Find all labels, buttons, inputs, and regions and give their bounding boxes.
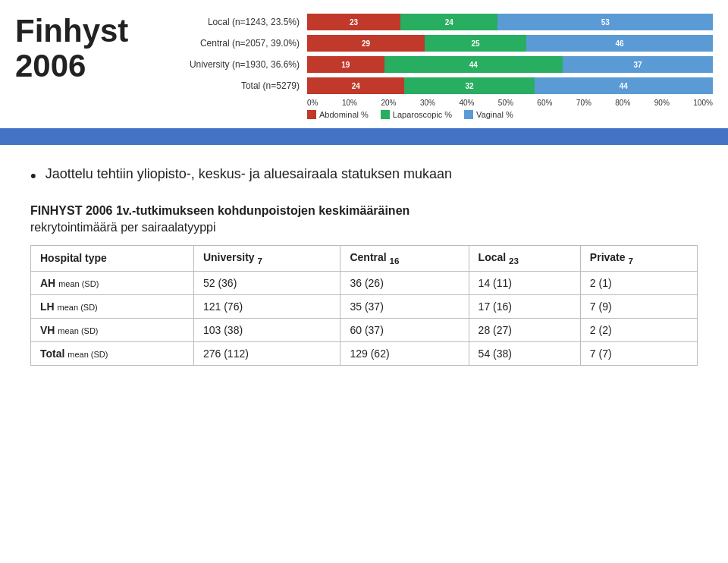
table-header-row: Hospital typeUniversity 7Central 16Local… <box>31 246 698 272</box>
chart-row-label: University (n=1930, 36.6%) <box>167 59 307 70</box>
finhyst-subtitle: rekrytointimäärä per sairaalatyyppi <box>30 221 698 234</box>
bar-green-segment: 32 <box>404 77 534 94</box>
table-cell: AH mean (SD) <box>31 271 194 294</box>
table-row: VH mean (SD)103 (38)60 (37)28 (27)2 (2) <box>31 318 698 341</box>
blue-banner <box>0 128 728 145</box>
title-block: Finhyst2006 <box>15 14 167 83</box>
axis-label: 100% <box>693 99 713 107</box>
chart-row: Total (n=5279)243244 <box>167 77 713 94</box>
table-cell: 14 (11) <box>469 271 580 294</box>
table-cell: 7 (9) <box>580 294 697 318</box>
bar-red-segment: 29 <box>307 35 425 52</box>
chart-rows: Local (n=1243, 23.5%)232453Central (n=20… <box>167 14 713 94</box>
bullet-dot: • <box>30 168 36 184</box>
chart-section: Finhyst2006 Local (n=1243, 23.5%)232453C… <box>0 0 728 128</box>
table-cell: LH mean (SD) <box>31 294 194 318</box>
page: Finhyst2006 Local (n=1243, 23.5%)232453C… <box>0 0 728 563</box>
table-cell: 52 (36) <box>193 271 340 294</box>
table-cell: 129 (62) <box>340 341 469 365</box>
bar-blue-segment: 46 <box>526 35 713 52</box>
axis-label: 70% <box>576 99 592 107</box>
axis-label: 40% <box>459 99 474 107</box>
legend-row: Abdominal %Laparoscopic %Vaginal % <box>307 110 713 119</box>
axis-label: 30% <box>420 99 435 107</box>
legend-item: Vaginal % <box>464 110 513 119</box>
axis-label: 20% <box>381 99 396 107</box>
legend-label: Vaginal % <box>476 110 513 119</box>
table-cell: 103 (38) <box>193 318 340 341</box>
bar-container: 243244 <box>307 77 713 94</box>
chart-row-label: Local (n=1243, 23.5%) <box>167 17 307 27</box>
table-cell: 54 (38) <box>469 341 580 365</box>
table-cell: 36 (26) <box>340 271 469 294</box>
axis-label: 0% <box>307 99 318 107</box>
table-header-cell: Local 23 <box>469 246 580 272</box>
bar-red-segment: 24 <box>307 77 404 94</box>
table-cell: 7 (7) <box>580 341 697 365</box>
table-row: AH mean (SD)52 (36)36 (26)14 (11)2 (1) <box>31 271 698 294</box>
bullet-text: Jaottelu tehtiin yliopisto-, keskus- ja … <box>46 166 452 182</box>
bullet-section: • Jaottelu tehtiin yliopisto-, keskus- j… <box>0 159 728 204</box>
table-cell: 2 (1) <box>580 271 697 294</box>
legend-color-box <box>307 110 316 119</box>
bar-green-segment: 44 <box>384 56 563 73</box>
legend-color-box <box>381 110 390 119</box>
chart-row: Central (n=2057, 39.0%)292546 <box>167 35 713 52</box>
legend-item: Laparoscopic % <box>381 110 452 119</box>
chart-row-label: Total (n=5279) <box>167 80 307 91</box>
page-title: Finhyst2006 <box>15 14 152 83</box>
legend-label: Laparoscopic % <box>393 110 452 119</box>
bar-container: 194437 <box>307 56 713 73</box>
table-cell: 60 (37) <box>340 318 469 341</box>
table-cell: 17 (16) <box>469 294 580 318</box>
table-cell: 2 (2) <box>580 318 697 341</box>
bar-red-segment: 19 <box>307 56 384 73</box>
axis-label: 80% <box>615 99 630 107</box>
axis-labels: 0%10%20%30%40%50%60%70%80%90%100% <box>307 99 713 107</box>
table-body: AH mean (SD)52 (36)36 (26)14 (11)2 (1)LH… <box>31 271 698 365</box>
table-header-cell: Central 16 <box>340 246 469 272</box>
table-cell: 121 (76) <box>193 294 340 318</box>
table-cell: Total mean (SD) <box>31 341 194 365</box>
bar-container: 232453 <box>307 14 713 30</box>
data-table: Hospital typeUniversity 7Central 16Local… <box>30 245 698 366</box>
bar-red-segment: 23 <box>307 14 400 30</box>
chart-row: Local (n=1243, 23.5%)232453 <box>167 14 713 30</box>
table-header-cell: Hospital type <box>31 246 194 272</box>
legend-color-box <box>464 110 473 119</box>
bar-green-segment: 25 <box>425 35 526 52</box>
table-header-cell: Private 7 <box>580 246 697 272</box>
chart-row: University (n=1930, 36.6%)194437 <box>167 56 713 73</box>
bar-blue-segment: 53 <box>497 14 713 30</box>
bar-container: 292546 <box>307 35 713 52</box>
table-cell: VH mean (SD) <box>31 318 194 341</box>
table-row: LH mean (SD)121 (76)35 (37)17 (16)7 (9) <box>31 294 698 318</box>
finhyst-section: FINHYST 2006 1v.-tutkimukseen kohdunpois… <box>0 204 728 373</box>
axis-row: 0%10%20%30%40%50%60%70%80%90%100% <box>167 99 713 107</box>
table-header-cell: University 7 <box>193 246 340 272</box>
legend-item: Abdominal % <box>307 110 369 119</box>
table-row: Total mean (SD)276 (112)129 (62)54 (38)7… <box>31 341 698 365</box>
axis-label: 10% <box>342 99 357 107</box>
finhyst-title: FINHYST 2006 1v.-tutkimukseen kohdunpois… <box>30 204 698 218</box>
legend-label: Abdominal % <box>319 110 369 119</box>
axis-label: 90% <box>654 99 670 107</box>
table-cell: 276 (112) <box>193 341 340 365</box>
chart-block: Local (n=1243, 23.5%)232453Central (n=20… <box>167 14 713 121</box>
chart-row-label: Central (n=2057, 39.0%) <box>167 38 307 49</box>
axis-label: 50% <box>498 99 513 107</box>
table-cell: 35 (37) <box>340 294 469 318</box>
bar-green-segment: 24 <box>400 14 497 30</box>
bar-blue-segment: 44 <box>535 77 713 94</box>
bar-blue-segment: 37 <box>563 56 713 73</box>
axis-label: 60% <box>537 99 552 107</box>
table-cell: 28 (27) <box>469 318 580 341</box>
bullet-item: • Jaottelu tehtiin yliopisto-, keskus- j… <box>30 166 698 184</box>
